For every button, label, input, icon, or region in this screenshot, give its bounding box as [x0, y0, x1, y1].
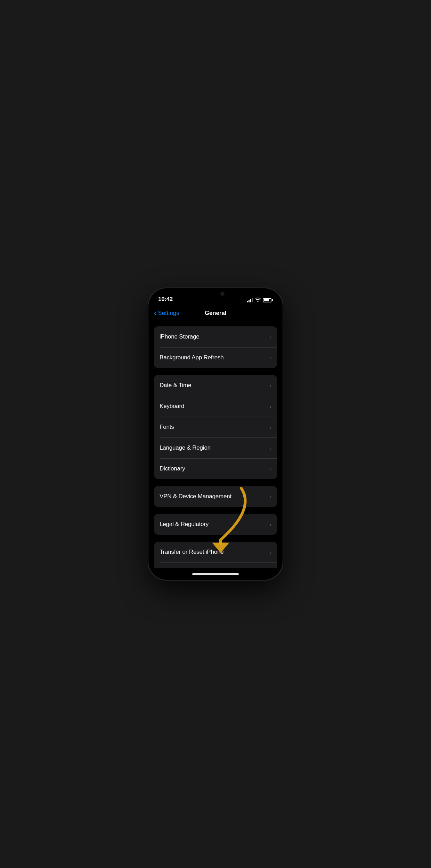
screen: 10:42: [148, 288, 283, 580]
signal-icon: [247, 298, 253, 302]
status-time: 10:42: [158, 296, 173, 303]
row-transfer-reset[interactable]: Transfer or Reset iPhone ›: [154, 542, 277, 562]
battery-icon: [263, 298, 273, 302]
notch-dot: [220, 292, 225, 296]
row-label-date-time: Date & Time: [160, 382, 191, 389]
settings-content: iPhone Storage › Background App Refresh …: [148, 321, 283, 568]
chevron-icon-iphone-storage: ›: [270, 334, 271, 340]
row-label-legal: Legal & Regulatory: [160, 521, 209, 528]
status-bar: 10:42: [148, 288, 283, 306]
row-right-iphone-storage: ›: [270, 334, 271, 340]
row-right-background-refresh: ›: [270, 355, 271, 361]
row-shut-down[interactable]: Shut Down: [154, 562, 277, 568]
chevron-icon-legal: ›: [270, 521, 271, 527]
row-date-time[interactable]: Date & Time ›: [154, 375, 277, 396]
chevron-icon-keyboard: ›: [270, 403, 271, 409]
wifi-icon: [255, 298, 261, 303]
chevron-icon-transfer-reset: ›: [270, 549, 271, 555]
row-label-vpn: VPN & Device Management: [160, 493, 231, 500]
chevron-icon-language-region: ›: [270, 445, 271, 451]
row-keyboard[interactable]: Keyboard ›: [154, 396, 277, 417]
chevron-icon-dictionary: ›: [270, 466, 271, 472]
settings-group-5: Transfer or Reset iPhone › Shut Down: [154, 542, 277, 568]
row-label-language-region: Language & Region: [160, 444, 211, 451]
home-indicator: [148, 568, 283, 580]
notch: [193, 288, 238, 300]
nav-bar: ‹ Settings General: [148, 306, 283, 321]
back-button[interactable]: ‹ Settings: [154, 310, 179, 317]
row-vpn[interactable]: VPN & Device Management ›: [154, 486, 277, 507]
row-background-refresh[interactable]: Background App Refresh ›: [154, 347, 277, 368]
row-legal[interactable]: Legal & Regulatory ›: [154, 514, 277, 535]
settings-group-1: iPhone Storage › Background App Refresh …: [154, 326, 277, 368]
row-label-fonts: Fonts: [160, 424, 174, 431]
status-icons: [247, 298, 273, 303]
settings-group-2: Date & Time › Keyboard › Fonts ›: [154, 375, 277, 479]
row-dictionary[interactable]: Dictionary ›: [154, 458, 277, 479]
row-label-keyboard: Keyboard: [160, 403, 184, 410]
chevron-icon-vpn: ›: [270, 494, 271, 500]
chevron-icon-fonts: ›: [270, 424, 271, 430]
settings-group-3: VPN & Device Management ›: [154, 486, 277, 507]
phone-frame: 10:42: [148, 287, 283, 581]
row-label-iphone-storage: iPhone Storage: [160, 333, 199, 340]
row-fonts[interactable]: Fonts ›: [154, 417, 277, 437]
home-bar: [192, 573, 239, 575]
row-label-background-refresh: Background App Refresh: [160, 354, 224, 361]
back-label: Settings: [158, 310, 179, 317]
row-label-dictionary: Dictionary: [160, 465, 185, 472]
settings-group-4: Legal & Regulatory ›: [154, 514, 277, 535]
chevron-icon-background-refresh: ›: [270, 355, 271, 361]
chevron-icon-date-time: ›: [270, 383, 271, 389]
back-chevron-icon: ‹: [154, 309, 156, 317]
row-label-transfer-reset: Transfer or Reset iPhone: [160, 549, 224, 556]
row-iphone-storage[interactable]: iPhone Storage ›: [154, 326, 277, 347]
row-language-region[interactable]: Language & Region ›: [154, 437, 277, 458]
page-title: General: [205, 310, 226, 317]
